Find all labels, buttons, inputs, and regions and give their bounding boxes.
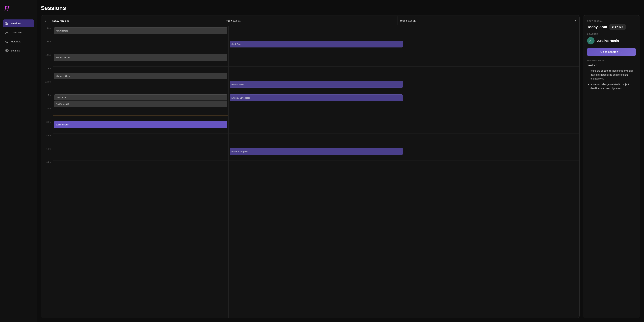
svg-rect-1	[7, 22, 8, 23]
calendar: Today / Dec 23 Tue / Dec 24 Wed / Dec 25	[41, 15, 580, 318]
slot-today-10	[53, 160, 228, 174]
time-4pm: 4 PM	[41, 134, 53, 147]
event-justine-henin[interactable]: Justine Henin	[54, 121, 228, 128]
time-5pm: 5 PM	[41, 147, 53, 160]
sidebar-settings-label: Settings	[11, 49, 20, 52]
main-content: Sessions Today / Dec 23 Tue / Dec 24	[37, 0, 644, 322]
slot-wed-0	[404, 26, 580, 40]
coachee-avatar: JH	[587, 37, 594, 44]
day-header-wed: Wed / Dec 25	[397, 16, 572, 25]
time-6pm: 6 PM	[41, 160, 53, 174]
event-steffi-graf[interactable]: Steffi Graf	[230, 41, 403, 48]
sidebar-item-materials[interactable]: Materials	[3, 38, 34, 45]
meeting-brief-content: Session 3: refine the coachee's leadersh…	[587, 64, 636, 90]
meeting-brief-label: MEETING BRIEF	[587, 60, 636, 62]
sidebar-coachees-label: Coachees	[11, 31, 22, 34]
event-naomi-osaka[interactable]: Naomi Osaka	[54, 101, 228, 107]
slot-tue-1: Steffi Graf	[228, 40, 404, 53]
session-label: Session 3:	[587, 64, 636, 68]
day-col-today: Kim Clijsters Martina Hingis	[53, 26, 228, 318]
slot-tue-3	[228, 66, 404, 80]
slot-today-8	[53, 134, 228, 147]
calendar-days-body: Kim Clijsters Martina Hingis	[53, 26, 580, 318]
coachees-icon	[5, 30, 9, 34]
time-9am: 9 AM	[41, 40, 53, 53]
day-header-tue: Tue / Dec 24	[223, 16, 397, 25]
sidebar-sessions-label: Sessions	[11, 22, 21, 25]
meeting-brief-item-1: refine the coachee's leadership style an…	[590, 69, 636, 81]
slot-wed-1	[404, 40, 580, 53]
svg-point-6	[6, 50, 8, 51]
next-session-badge: in 27 min	[610, 24, 626, 30]
time-10am: 10 AM	[41, 53, 53, 66]
slot-wed-6	[404, 107, 580, 120]
sessions-icon	[5, 22, 9, 25]
svg-point-4	[6, 31, 7, 32]
slot-today-1	[53, 40, 228, 53]
time-1pm: 1 PM	[41, 94, 53, 107]
next-session-time: Today, 3pm	[587, 25, 607, 29]
event-martina-hingis[interactable]: Martina Hingis	[54, 54, 228, 61]
next-session-label: NEXT SESSION	[587, 20, 636, 22]
slot-wed-5	[404, 94, 580, 107]
coachee-row: JH Justine Henin	[587, 37, 636, 44]
day-col-wed	[404, 26, 580, 318]
event-monica-seles[interactable]: Monica Seles	[230, 81, 403, 88]
meeting-brief-item-2: address challenges related to project de…	[590, 82, 636, 90]
slot-tue-7	[228, 120, 404, 134]
slot-tue-2	[228, 53, 404, 66]
sidebar-item-coachees[interactable]: Coachees	[3, 28, 34, 36]
event-margaret-court[interactable]: Margaret Court	[54, 72, 228, 79]
sidebar-item-sessions[interactable]: Sessions	[3, 20, 34, 27]
slot-wed-7	[404, 120, 580, 134]
slot-tue-4: Monica Seles	[228, 80, 404, 94]
slot-today-5: Chris Evert Naomi Osaka	[53, 94, 228, 107]
time-11am: 11 AM	[41, 66, 53, 80]
prev-button[interactable]	[41, 16, 49, 26]
slot-today-7: Justine Henin	[53, 120, 228, 134]
coachee-label: COACHEE	[587, 33, 636, 35]
event-lindsay-davenport[interactable]: Lindsay Davenport	[230, 94, 403, 101]
sidebar-materials-label: Materials	[11, 40, 21, 43]
next-session-row: Today, 3pm in 27 min	[587, 24, 636, 30]
next-button[interactable]	[572, 16, 580, 26]
time-12pm: 12 PM	[41, 80, 53, 94]
slot-wed-9	[404, 147, 580, 160]
slot-tue-0	[228, 26, 404, 40]
slot-wed-8	[404, 134, 580, 147]
slot-tue-8	[228, 134, 404, 147]
materials-icon	[5, 40, 9, 43]
right-panel: NEXT SESSION Today, 3pm in 27 min COACHE…	[583, 15, 640, 318]
svg-rect-0	[6, 22, 7, 23]
svg-point-5	[7, 32, 8, 33]
meeting-brief-section: MEETING BRIEF Session 3: refine the coac…	[587, 60, 636, 90]
slot-today-2: Martina Hingis	[53, 53, 228, 66]
next-session-section: NEXT SESSION Today, 3pm in 27 min	[587, 20, 636, 30]
sidebar-item-settings[interactable]: Settings	[3, 46, 34, 54]
content-area: Today / Dec 23 Tue / Dec 24 Wed / Dec 25	[41, 15, 640, 318]
slot-today-3: Margaret Court	[53, 66, 228, 80]
go-to-session-arrow: →	[620, 50, 622, 54]
current-time-indicator	[53, 116, 228, 116]
event-maria-sharapova[interactable]: Maria Sharapova	[230, 148, 403, 155]
slot-wed-10	[404, 160, 580, 174]
event-kim-clijsters[interactable]: Kim Clijsters	[54, 27, 228, 34]
go-to-session-button[interactable]: Go to session →	[587, 48, 636, 56]
slot-today-0: Kim Clijsters	[53, 26, 228, 40]
slot-tue-5: Lindsay Davenport	[228, 94, 404, 107]
slot-wed-4	[404, 80, 580, 94]
svg-rect-3	[7, 24, 8, 25]
time-3pm: 3 PM	[41, 120, 53, 134]
calendar-day-headers: Today / Dec 23 Tue / Dec 24 Wed / Dec 25	[49, 16, 572, 25]
calendar-header: Today / Dec 23 Tue / Dec 24 Wed / Dec 25	[41, 16, 580, 26]
settings-icon	[5, 49, 9, 52]
app-logo: H	[3, 5, 34, 13]
svg-rect-2	[6, 24, 7, 25]
slot-tue-9: Maria Sharapova	[228, 147, 404, 160]
slot-today-4	[53, 80, 228, 94]
slot-wed-2	[404, 53, 580, 66]
slot-today-6	[53, 107, 228, 120]
event-chris-evert[interactable]: Chris Evert	[54, 94, 228, 100]
time-2pm: 2 PM	[41, 107, 53, 120]
coachee-name: Justine Henin	[597, 39, 619, 43]
